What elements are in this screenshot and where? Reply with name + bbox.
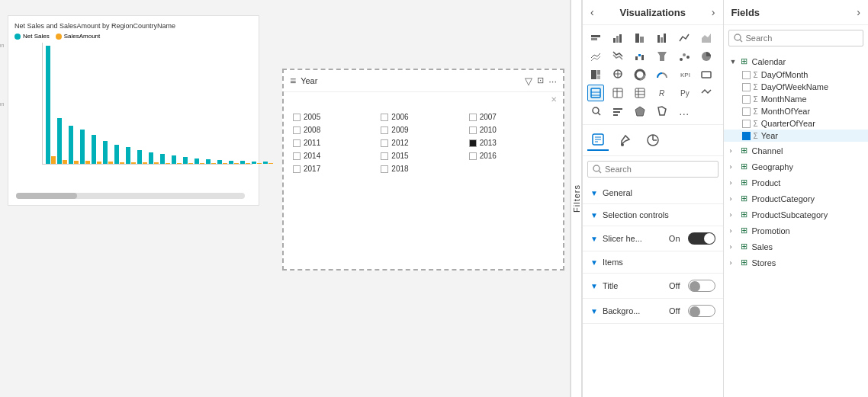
slicer-item-2014[interactable]: 2014 [293,150,378,162]
viz-icon-funnel[interactable] [654,48,670,65]
field-item-quarterofyear[interactable]: Σ QuarterOfYear [724,117,868,130]
slicer-item-2006[interactable]: 2006 [381,111,465,123]
slicer-checkbox-2011[interactable] [293,139,301,147]
viz-icon-qa[interactable] [587,103,604,120]
field-item-monthofyear[interactable]: Σ MonthOfYear [724,105,868,117]
field-group-product-header[interactable]: › ⊞ Product [724,175,868,190]
field-item-dayofweekname[interactable]: Σ DayOfWeekName [724,81,868,93]
field-group-promotion-header[interactable]: › ⊞ Promotion [724,223,868,238]
viz-icon-smart-narrative[interactable] [609,103,626,120]
viz-icon-ribbon[interactable] [609,48,626,65]
slicer-filter-icon[interactable]: ▽ [525,75,532,87]
viz-nav-left[interactable]: ‹ [590,6,594,18]
slicer-item-2008[interactable]: 2008 [293,124,378,136]
slicer-item-2005[interactable]: 2005 [293,111,378,123]
scroll-thumb[interactable] [16,193,77,199]
slicer-item-2010[interactable]: 2010 [469,124,554,136]
format-section-items-header[interactable]: ▼ Items [583,251,723,273]
field-group-productcategory-header[interactable]: › ⊞ ProductCategory [724,191,868,206]
slicer-item-2015[interactable]: 2015 [381,150,465,162]
slicer-checkbox-2008[interactable] [293,126,301,134]
field-item-monthname[interactable]: Σ MonthName [724,93,868,105]
viz-icon-table[interactable] [609,85,626,101]
slicer-move-icon[interactable]: ≡ [290,75,296,87]
viz-tab-format[interactable] [587,130,609,151]
field-group-channel-header[interactable]: › ⊞ Channel [724,143,868,158]
format-section-general-header[interactable]: ▼ General [583,182,723,203]
viz-icon-matrix[interactable] [632,85,648,101]
slicer-checkbox-2017[interactable] [293,165,301,173]
viz-icon-clustered-col[interactable] [654,30,670,46]
viz-icon-filled-map[interactable] [632,103,648,120]
slicer-checkbox-2014[interactable] [293,152,301,160]
viz-icon-stacked-bar[interactable] [587,30,604,46]
format-section-selection-header[interactable]: ▼ Selection controls [583,204,723,226]
viz-icon-card[interactable] [698,66,715,83]
slicer-more-icon[interactable]: ··· [548,75,557,87]
slicer-clear[interactable]: ✕ [284,92,563,107]
viz-icon-decomp[interactable] [698,85,715,101]
slicer-checkbox-2013[interactable] [469,139,477,147]
format-section-title-header[interactable]: ▼ Title Off [583,274,723,298]
viz-icon-area[interactable] [698,30,715,46]
format-section-slicer-toggle-header[interactable]: ▼ Slicer he... On [583,226,723,251]
viz-icon-pie[interactable] [698,48,715,65]
background-toggle[interactable] [688,305,715,317]
viz-icon-clustered-bar[interactable] [609,30,626,46]
field-group-calendar-header[interactable]: ▼ ⊞ Calendar [724,54,868,69]
field-item-dayofmonth[interactable]: Σ DayOfMonth [724,69,868,81]
slicer-item-2017[interactable]: 2017 [293,163,378,174]
viz-tab-paint[interactable] [615,130,636,151]
slicer-checkbox-2015[interactable] [381,152,388,160]
slicer-checkbox-2012[interactable] [381,139,388,147]
viz-icon-scatter[interactable] [676,48,693,65]
slicer-header-toggle[interactable] [688,232,715,245]
viz-icon-kpi[interactable]: KPI [676,66,693,83]
viz-icon-shape-map[interactable] [654,103,670,120]
filters-panel[interactable]: Filters [571,0,582,397]
slicer-item-2012[interactable]: 2012 [381,137,465,149]
viz-icon-waterfall[interactable] [632,48,648,65]
slicer-checkbox-2016[interactable] [469,152,477,160]
field-group-stores-header[interactable]: › ⊞ Stores [724,255,868,270]
slicer-checkbox-2009[interactable] [381,126,388,134]
field-group-geography-header[interactable]: › ⊞ Geography [724,159,868,174]
slicer-checkbox-2007[interactable] [469,114,477,121]
field-checkbox-dayofmonth[interactable] [742,71,751,79]
fields-search-box[interactable] [728,30,863,46]
viz-search-box[interactable] [587,161,719,178]
slicer-item-2011[interactable]: 2011 [293,137,378,149]
slicer-item-2016[interactable]: 2016 [469,150,554,162]
viz-icon-line-stacked[interactable] [587,48,604,65]
fields-search-input[interactable] [746,34,858,43]
viz-nav-right[interactable]: › [712,6,715,18]
field-checkbox-dayofweekname[interactable] [742,83,751,91]
viz-tab-analytics[interactable] [642,130,664,151]
fields-nav-right[interactable]: › [857,6,860,18]
slicer-item-2018[interactable]: 2018 [381,163,465,174]
viz-icon-more[interactable]: … [676,103,693,120]
slicer-checkbox-2006[interactable] [381,114,388,121]
slicer-item-2007[interactable]: 2007 [469,111,554,123]
slicer-item-2013[interactable]: 2013 [469,137,554,149]
slicer-item-2009[interactable]: 2009 [381,124,465,136]
viz-icon-line[interactable] [676,30,693,46]
viz-icon-gauge[interactable] [654,66,670,83]
viz-icon-treemap[interactable] [587,66,604,83]
field-group-sales-header[interactable]: › ⊞ Sales [724,239,868,254]
slicer-checkbox-2010[interactable] [469,126,477,134]
viz-icon-stacked-col[interactable] [632,30,648,46]
field-checkbox-year[interactable] [742,132,751,140]
viz-icon-slicer[interactable] [587,85,604,101]
field-checkbox-quarterofyear[interactable] [742,120,751,128]
viz-icon-python[interactable]: Py [676,85,693,101]
chart-scrollbar[interactable] [16,193,245,199]
field-group-productsubcategory-header[interactable]: › ⊞ ProductSubcategory [724,207,868,222]
viz-search-input[interactable] [605,165,713,174]
field-item-year[interactable]: Σ Year [724,130,868,142]
slicer-checkbox-2018[interactable] [381,165,388,173]
slicer-expand-icon[interactable]: ⊡ [537,75,544,87]
viz-icon-r-visual[interactable]: R [654,85,670,101]
field-checkbox-monthofyear[interactable] [742,107,751,116]
viz-icon-map[interactable] [609,66,626,83]
